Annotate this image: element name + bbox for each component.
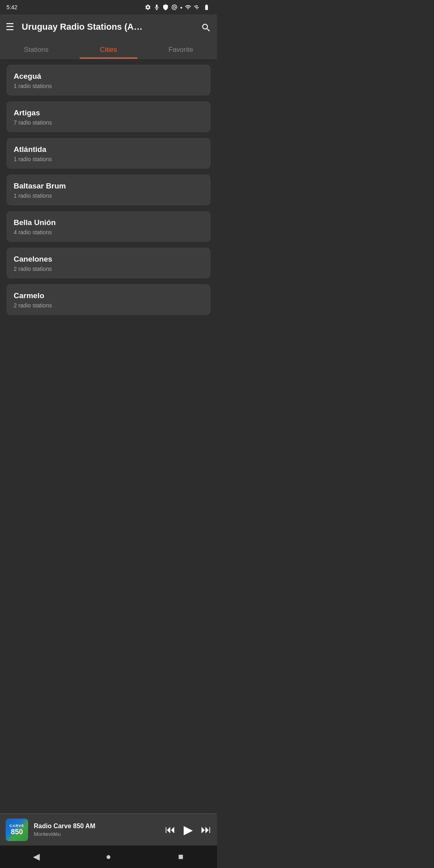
app-bar: ☰ Uruguay Radio Stations (A… [0,14,217,39]
search-icon [201,23,211,33]
city-stations-count: 2 radio stations [14,302,203,309]
tab-favorite[interactable]: Favorite [145,39,217,59]
at-icon [171,4,178,10]
city-stations-count: 1 radio stations [14,156,203,162]
search-button[interactable] [201,21,211,33]
status-icons: ● [145,4,211,10]
city-stations-count: 7 radio stations [14,119,203,126]
city-name: Artigas [14,108,203,117]
city-name: Baltasar Brum [14,182,203,190]
city-name: Aceguá [14,72,203,81]
tab-stations[interactable]: Stations [0,39,72,59]
status-bar: 5:42 ● [0,0,217,14]
mic-icon [154,4,160,10]
city-name: Carmelo [14,291,203,300]
city-card[interactable]: Carmelo2 radio stations [6,284,211,315]
city-card[interactable]: Canelones2 radio stations [6,248,211,278]
battery-icon [203,4,211,10]
city-stations-count: 2 radio stations [14,266,203,272]
shield-icon [162,4,169,10]
status-time: 5:42 [6,4,17,10]
settings-icon [145,4,151,10]
app-title: Uruguay Radio Stations (A… [22,22,201,32]
city-card[interactable]: Aceguá1 radio stations [6,65,211,96]
city-card[interactable]: Atlántida1 radio stations [6,138,211,169]
city-list: Aceguá1 radio stationsArtigas7 radio sta… [0,59,217,321]
tab-cities[interactable]: Cities [72,39,145,59]
tabs: Stations Cities Favorite [0,39,217,59]
city-name: Canelones [14,255,203,264]
signal-icon [194,4,200,10]
menu-button[interactable]: ☰ [6,22,14,32]
city-name: Atlántida [14,145,203,154]
city-stations-count: 1 radio stations [14,192,203,199]
dot-icon: ● [180,5,182,10]
city-stations-count: 1 radio stations [14,83,203,89]
wifi-icon [185,4,191,10]
city-card[interactable]: Baltasar Brum1 radio stations [6,174,211,205]
city-card[interactable]: Artigas7 radio stations [6,101,211,132]
city-card[interactable]: Bella Unión4 radio stations [6,211,211,242]
city-stations-count: 4 radio stations [14,229,203,235]
city-name: Bella Unión [14,218,203,227]
